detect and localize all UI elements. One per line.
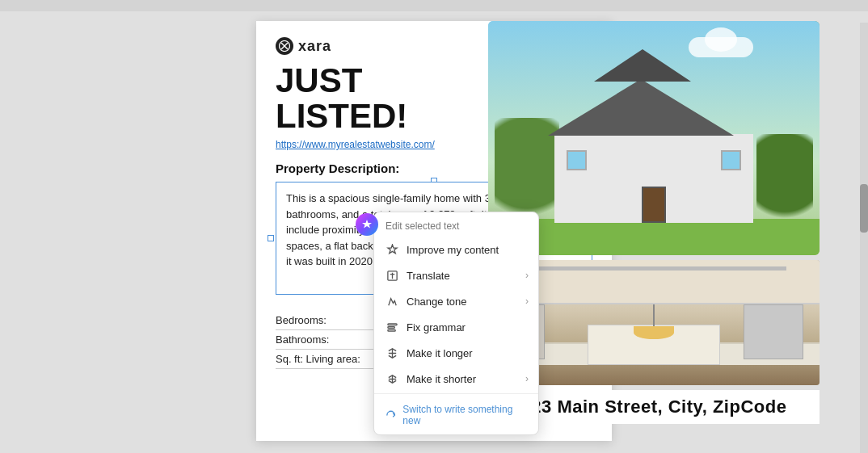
ai-menu-item-change-tone[interactable]: Change tone › [374, 288, 538, 314]
fix-grammar-label: Fix grammar [407, 321, 466, 333]
change-tone-chevron: › [525, 296, 529, 307]
make-longer-label: Make it longer [407, 347, 473, 359]
roof [548, 79, 734, 136]
improve-icon [386, 243, 398, 256]
translate-chevron: › [525, 270, 529, 281]
ai-menu-item-translate[interactable]: Translate › [374, 262, 538, 288]
cloud [689, 37, 753, 57]
canvas-area: xara JUST LISTED! https://www.myrealesta… [0, 11, 868, 453]
headline-line1: JUST [276, 61, 362, 99]
improve-label: Improve my content [407, 244, 499, 256]
change-tone-icon [386, 295, 398, 308]
svg-rect-4 [387, 323, 396, 325]
make-shorter-chevron: › [525, 373, 529, 384]
popup-divider [374, 393, 538, 394]
address-text: 123 Main Street, City, ZipCode [521, 396, 787, 417]
chimney [594, 49, 691, 82]
make-shorter-icon [386, 372, 398, 385]
make-shorter-label: Make it shorter [407, 373, 476, 385]
xara-icon [276, 37, 293, 55]
ai-popup-header: Edit selected text [374, 212, 538, 237]
xara-logo-text: xara [298, 38, 331, 55]
translate-icon [386, 269, 398, 282]
switch-icon [386, 409, 396, 421]
ai-menu-item-make-longer[interactable]: Make it longer [374, 340, 538, 366]
tree-right [756, 134, 813, 231]
make-longer-icon [386, 346, 398, 359]
scrollbar-right[interactable] [860, 23, 868, 453]
ai-bubble-icon[interactable] [356, 213, 378, 236]
ai-popup-header-text: Edit selected text [386, 220, 459, 232]
ai-popup-footer[interactable]: Switch to write something new [374, 396, 538, 434]
fix-grammar-icon [386, 321, 398, 333]
switch-label: Switch to write something new [402, 404, 527, 426]
translate-label: Translate [407, 270, 450, 282]
change-tone-label: Change tone [407, 296, 466, 308]
house-body [554, 134, 753, 223]
svg-rect-6 [387, 329, 394, 331]
ai-popup-menu: Edit selected text Improve my content Tr… [373, 212, 539, 435]
browser-chrome-bar [0, 0, 868, 11]
ai-menu-item-make-shorter[interactable]: Make it shorter › [374, 366, 538, 392]
svg-rect-5 [387, 326, 394, 328]
ai-menu-item-improve[interactable]: Improve my content [374, 237, 538, 262]
handle-left[interactable] [268, 235, 274, 241]
ai-menu-item-fix-grammar[interactable]: Fix grammar [374, 314, 538, 340]
headline-line2: LISTED! [276, 97, 407, 135]
scrollbar-thumb[interactable] [860, 184, 868, 233]
